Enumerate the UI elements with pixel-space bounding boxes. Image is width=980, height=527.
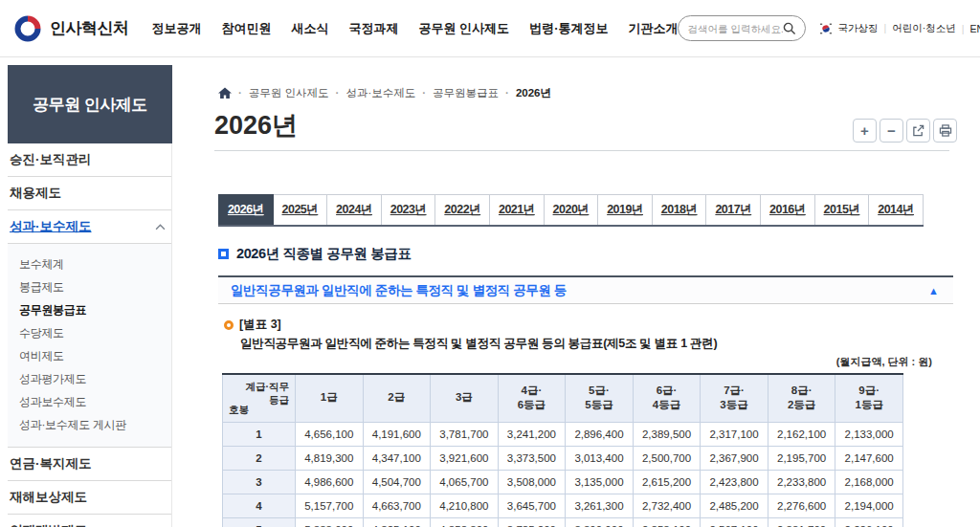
sidebar-subitem[interactable]: 공무원봉급표 [19, 298, 171, 321]
table-row: 55,333,0004,825,1004,358,3003,785,2003,3… [223, 517, 903, 527]
salary-cell: 3,645,700 [498, 494, 566, 517]
salary-cell: 5,333,000 [296, 517, 364, 527]
year-tab[interactable]: 2026년 [218, 194, 274, 225]
salary-table: 계급·직무 등급 호봉 1급2급3급4급· 6등급5급· 5등급6급· 4등급7… [222, 373, 903, 527]
accordion-header[interactable]: 일반직공무원과 일반직에 준하는 특정직 및 별정직 공무원 등 ▲ [218, 275, 953, 304]
nav-item[interactable]: 참여민원 [222, 20, 272, 37]
grade-column-header: 8급· 2등급 [768, 374, 835, 422]
sidebar-item-label: 성과·보수제도 [10, 218, 92, 235]
utility-link[interactable]: 국가상징 [837, 22, 878, 35]
year-tab[interactable]: 2016년 [761, 194, 815, 225]
year-tab[interactable]: 2023년 [382, 194, 436, 225]
breadcrumb-item[interactable]: 성과·보수제도 [329, 86, 416, 100]
search-box [678, 15, 806, 41]
salary-cell: 3,013,400 [566, 446, 634, 470]
salary-cell: 4,065,700 [431, 470, 499, 494]
sidebar-subitem[interactable]: 수당제도 [19, 321, 171, 344]
unit-note: (월지급액, 단위 : 원) [211, 355, 932, 369]
salary-cell: 2,194,000 [835, 494, 903, 517]
utility-link-list: 국가상징어린이·청소년ENGLISH누리집 지도 [837, 22, 980, 35]
logo[interactable]: 인사혁신처 [13, 14, 129, 43]
year-tab[interactable]: 2018년 [653, 194, 707, 225]
utility-link[interactable]: 어린이·청소년 [878, 22, 955, 35]
salary-cell: 2,853,100 [633, 517, 701, 527]
hobong-cell: 2 [223, 446, 296, 470]
grade-column-header: 1급 [296, 374, 364, 422]
sidebar-item[interactable]: 연금·복지제도 [8, 448, 171, 481]
year-tab[interactable]: 2015년 [815, 194, 870, 225]
nav-item[interactable]: 국정과제 [349, 20, 399, 37]
sidebar-subitem[interactable]: 봉급제도 [19, 275, 171, 298]
accordion-title: 일반직공무원과 일반직에 준하는 특정직 및 별정직 공무원 등 [231, 282, 567, 299]
year-tab[interactable]: 2020년 [545, 194, 599, 225]
sidebar-subitem[interactable]: 성과평가제도 [19, 367, 171, 390]
year-tab[interactable]: 2019년 [598, 194, 653, 225]
hobong-cell: 1 [223, 422, 296, 446]
salary-cell: 2,233,800 [768, 470, 835, 494]
table-row: 24,819,3004,347,1003,921,6003,373,5003,0… [223, 446, 903, 470]
salary-cell: 2,133,000 [835, 422, 903, 446]
salary-cell: 3,781,700 [431, 422, 499, 446]
year-tab[interactable]: 2017년 [706, 194, 761, 225]
share-button[interactable] [906, 119, 930, 143]
home-icon[interactable] [218, 87, 232, 99]
sidebar-item[interactable]: 채용제도 [8, 177, 171, 210]
collapse-triangle-icon[interactable]: ▲ [928, 285, 939, 296]
salary-cell: 2,367,900 [701, 446, 768, 470]
sidebar-subitem[interactable]: 성과·보수제도 게시판 [19, 413, 171, 436]
title-divider [214, 150, 949, 151]
year-tab[interactable]: 2014년 [869, 194, 924, 225]
year-tab[interactable]: 2022년 [435, 194, 490, 225]
grade-column-header: 4급· 6등급 [498, 374, 566, 422]
sidebar-item[interactable]: 인재개발제도 [8, 515, 171, 527]
nav-item[interactable]: 정보공개 [152, 20, 202, 37]
breadcrumb-item[interactable]: 공무원봉급표 [415, 86, 499, 100]
grade-column-header: 6급· 4등급 [633, 374, 701, 422]
breadcrumb-items: 공무원 인사제도성과·보수제도공무원봉급표2026년 [232, 86, 551, 100]
content: 공무원 인사제도성과·보수제도공무원봉급표2026년 2026년 + − [211, 65, 957, 527]
salary-cell: 4,191,600 [363, 422, 431, 446]
breadcrumb-item[interactable]: 2026년 [499, 86, 551, 100]
salary-table-body: 14,656,1004,191,6003,781,7003,241,2002,8… [223, 422, 903, 527]
sidebar-item[interactable]: 승진·보직관리 [8, 143, 171, 177]
nav-item[interactable]: 법령·통계정보 [529, 20, 608, 37]
main-nav: 정보공개참여민원새소식국정과제공무원 인사제도법령·통계정보기관소개 [152, 20, 679, 37]
salary-cell: 2,615,200 [633, 470, 701, 494]
salary-cell: 3,785,200 [498, 517, 566, 527]
salary-cell: 2,732,400 [633, 494, 701, 517]
search-input[interactable] [687, 23, 783, 34]
sidebar-subitem[interactable]: 여비제도 [19, 344, 171, 367]
sidebar-subitem[interactable]: 보수체계 [19, 253, 171, 275]
sidebar-item-active[interactable]: 성과·보수제도 [8, 210, 171, 244]
sidebar-subitem[interactable]: 성과보수제도 [19, 390, 171, 413]
salary-cell: 3,135,000 [566, 470, 634, 494]
year-tab[interactable]: 2021년 [490, 194, 545, 225]
year-tab[interactable]: 2024년 [327, 194, 382, 225]
salary-cell: 2,423,800 [701, 470, 768, 494]
hobong-cell: 3 [223, 470, 296, 494]
title-row: 2026년 + − [214, 108, 957, 143]
salary-cell: 3,390,900 [566, 517, 634, 527]
year-tab[interactable]: 2025년 [274, 194, 328, 225]
utility-link[interactable]: ENGLISH [956, 23, 980, 34]
page: 인사혁신처 정보공개참여민원새소식국정과제공무원 인사제도법령·통계정보기관소개 [0, 0, 980, 527]
salary-cell: 2,168,000 [835, 470, 903, 494]
nav-item[interactable]: 새소식 [292, 20, 329, 37]
print-button[interactable] [933, 119, 957, 143]
corner-hobong-label: 호봉 [229, 403, 249, 416]
breadcrumb: 공무원 인사제도성과·보수제도공무원봉급표2026년 [218, 86, 957, 100]
search-icon[interactable] [783, 22, 796, 35]
hobong-cell: 5 [223, 517, 296, 527]
salary-cell: 2,389,500 [633, 422, 701, 446]
salary-cell: 2,317,100 [701, 422, 768, 446]
grade-column-header: 3급 [431, 374, 499, 422]
sidebar-item[interactable]: 재해보상제도 [8, 481, 171, 515]
nav-item[interactable]: 기관소개 [628, 20, 678, 37]
salary-cell: 4,663,700 [363, 494, 431, 517]
salary-cell: 3,921,600 [431, 446, 499, 470]
zoom-out-button[interactable]: − [880, 119, 903, 143]
nav-item[interactable]: 공무원 인사제도 [419, 20, 510, 37]
zoom-in-button[interactable]: + [853, 119, 877, 143]
breadcrumb-item[interactable]: 공무원 인사제도 [232, 86, 329, 100]
table-row: 34,986,6004,504,7004,065,7003,508,0003,1… [223, 470, 903, 494]
